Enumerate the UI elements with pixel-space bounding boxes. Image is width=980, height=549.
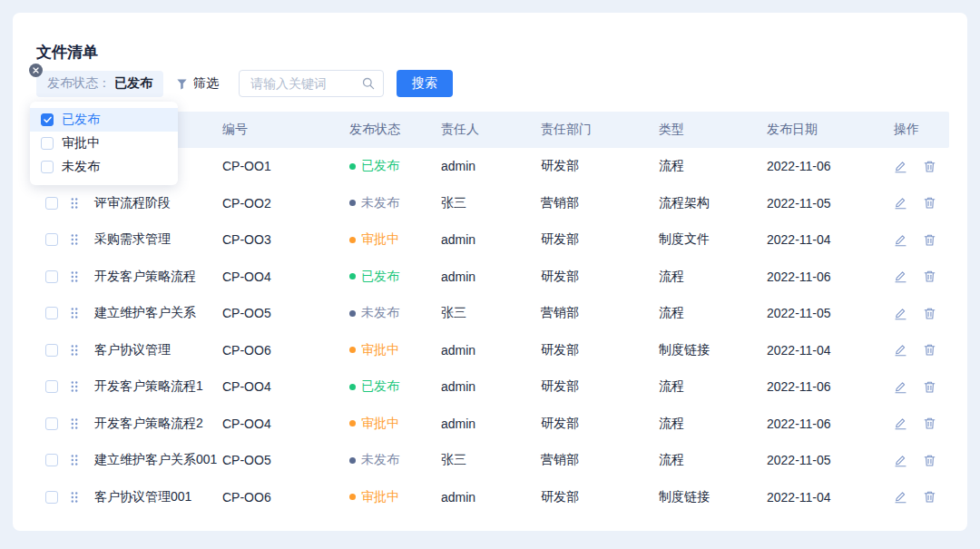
table-row: 采购需求管理 CP-OO3 审批中 admin 研发部 制度文件 2022-11… [36,221,949,259]
edit-pencil-icon [894,380,907,394]
filter-chip-label: 发布状态： [47,75,111,92]
drag-handle-icon[interactable] [71,234,78,245]
status-text: 未发布 [361,452,399,468]
edit-button[interactable] [894,160,907,173]
file-type: 流程 [659,416,767,432]
delete-button[interactable] [923,270,936,283]
delete-button[interactable] [923,196,936,210]
file-code: CP-OO6 [222,490,349,505]
status-dot-icon [349,163,356,170]
remove-filter-button[interactable] [29,64,43,77]
check-icon [44,116,52,123]
table-row: 评审流程阶段 CP-OO2 未发布 张三 营销部 流程架构 2022-11-05 [36,185,949,222]
row-checkbox[interactable] [45,344,58,357]
department: 研发部 [541,416,659,432]
file-code: CP-OO5 [222,306,349,320]
trash-icon [923,196,936,210]
drag-handle-icon[interactable] [71,345,78,356]
publish-date: 2022-11-04 [767,343,894,358]
drag-handle-icon[interactable] [71,455,78,466]
page-title: 文件清单 [36,42,98,63]
status-text: 已发布 [361,158,399,174]
file-code: CP-OO2 [222,196,349,211]
status-dot-icon [349,310,356,317]
status-dot-icon [349,457,356,464]
drag-handle-icon[interactable] [71,308,78,319]
publish-status: 审批中 [349,489,441,505]
delete-button[interactable] [923,233,936,247]
drag-handle-icon[interactable] [71,381,78,392]
edit-button[interactable] [894,490,907,504]
edit-pencil-icon [894,160,907,173]
trash-icon [923,160,936,173]
drag-handle-icon[interactable] [71,418,78,429]
status-text: 审批中 [361,342,399,358]
edit-pencil-icon [894,270,907,283]
header-date: 发布日期 [767,122,894,138]
publish-date: 2022-11-06 [767,270,894,284]
file-code: CP-OO4 [222,417,349,431]
row-checkbox[interactable] [45,307,58,319]
status-dot-icon [349,494,356,500]
edit-button[interactable] [894,417,907,430]
table-row: 建立维护客户关系001 CP-OO5 未发布 张三 营销部 流程 2022-11… [36,442,949,479]
file-type: 流程 [659,305,767,321]
edit-button[interactable] [894,270,907,283]
file-list-card: 文件清单 发布状态： 已发布 筛选 搜索 [13,13,967,531]
publish-status: 审批中 [349,342,441,358]
delete-button[interactable] [923,343,936,357]
publish-status-filter-chip[interactable]: 发布状态： 已发布 [36,71,163,97]
keyword-search-input[interactable] [239,70,384,97]
checkbox[interactable] [41,113,54,126]
delete-button[interactable] [923,454,936,467]
trash-icon [923,233,936,247]
file-type: 制度文件 [659,231,767,248]
filter-button[interactable]: 筛选 [176,75,219,92]
edit-button[interactable] [894,380,907,394]
file-type: 流程 [659,269,767,285]
delete-button[interactable] [923,160,936,173]
row-checkbox[interactable] [45,417,58,430]
delete-button[interactable] [923,380,936,394]
row-checkbox[interactable] [45,233,58,246]
row-checkbox[interactable] [45,380,58,393]
file-type: 流程 [659,452,767,468]
checkbox[interactable] [41,137,54,150]
drag-handle-icon[interactable] [71,198,78,209]
owner: admin [441,379,541,394]
row-checkbox[interactable] [45,454,58,466]
file-type: 制度链接 [659,489,767,505]
row-checkbox[interactable] [45,491,58,504]
close-icon [33,67,39,74]
edit-button[interactable] [894,343,907,357]
file-type: 制度链接 [659,342,767,358]
edit-button[interactable] [894,454,907,467]
owner: 张三 [441,305,541,321]
dropdown-option-label: 审批中 [62,135,100,152]
search-button[interactable]: 搜索 [397,70,453,97]
trash-icon [923,490,936,504]
drag-handle-icon[interactable] [71,492,78,503]
trash-icon [923,343,936,357]
file-code: CP-OO4 [222,270,349,284]
delete-button[interactable] [923,417,936,430]
dropdown-option-published[interactable]: 已发布 [30,108,178,132]
dropdown-option-unpublished[interactable]: 未发布 [30,155,178,179]
header-actions: 操作 [894,122,949,138]
delete-button[interactable] [923,307,936,320]
edit-pencil-icon [894,454,907,467]
edit-button[interactable] [894,196,907,210]
dropdown-option-approving[interactable]: 审批中 [30,132,178,155]
row-checkbox[interactable] [45,197,58,210]
owner: admin [441,232,541,247]
file-code: CP-OO4 [222,379,349,394]
drag-handle-icon[interactable] [71,271,78,282]
dropdown-option-label: 已发布 [62,112,100,128]
delete-button[interactable] [923,490,936,504]
edit-button[interactable] [894,233,907,247]
edit-button[interactable] [894,307,907,320]
row-checkbox[interactable] [45,270,58,283]
checkbox[interactable] [41,161,54,173]
status-text: 已发布 [361,269,399,285]
department: 研发部 [541,158,659,174]
